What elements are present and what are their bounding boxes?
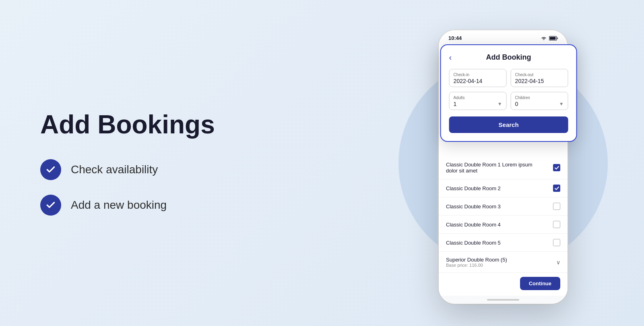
phone-content: Classic Double Room 1 Lorem ipsum dolor … <box>439 156 568 296</box>
modal-title: Add Booking <box>486 53 531 62</box>
adults-value: 1 <box>454 101 457 107</box>
room-list: Classic Double Room 1 Lorem ipsum dolor … <box>439 156 568 272</box>
status-time: 10:44 <box>448 35 462 41</box>
checkbox-2[interactable] <box>553 185 560 192</box>
svg-rect-2 <box>550 37 556 39</box>
checkbox-3[interactable] <box>553 203 560 210</box>
battery-icon <box>549 36 558 41</box>
room-group-name: Superior Double Room (5) <box>446 257 507 263</box>
children-label: Children <box>515 96 564 100</box>
feature-add-booking: Add a new booking <box>40 195 322 216</box>
room-group-subtitle: Base price: 116.00 <box>446 263 507 268</box>
feature-text-2: Add a new booking <box>71 199 167 212</box>
feature-list: Check availability Add a new booking <box>40 159 322 216</box>
date-row: Check-in 2022-04-14 Check-out 2022-04-15 <box>449 69 568 87</box>
phone-footer: Continue <box>439 272 568 296</box>
checkbox-4[interactable] <box>553 221 560 228</box>
wifi-icon <box>541 36 547 41</box>
check-icon-2 <box>40 195 61 216</box>
search-button[interactable]: Search <box>449 116 568 133</box>
right-section: ‹ Add Booking Check-in 2022-04-14 Check-… <box>362 0 644 326</box>
checkin-field[interactable]: Check-in 2022-04-14 <box>449 69 507 87</box>
room-item-4[interactable]: Classic Double Room 4 <box>439 216 568 234</box>
children-value: 0 <box>515 101 518 107</box>
checkbox-1[interactable] <box>553 164 560 171</box>
adults-label: Adults <box>454 96 502 100</box>
phone-bottom-bar <box>439 296 568 304</box>
room-name-4: Classic Double Room 4 <box>446 222 501 228</box>
checkbox-5[interactable] <box>553 239 560 246</box>
home-indicator <box>487 299 519 301</box>
status-icons <box>541 36 558 41</box>
room-name-5: Classic Double Room 5 <box>446 240 501 246</box>
room-item-3[interactable]: Classic Double Room 3 <box>439 197 568 216</box>
left-section: Add Bookings Check availability Add a ne… <box>0 78 362 247</box>
continue-button[interactable]: Continue <box>520 277 560 290</box>
checkin-label: Check-in <box>454 73 502 77</box>
page-title: Add Bookings <box>40 110 322 139</box>
guests-row: Adults 1 ▼ Children 0 ▼ <box>449 92 568 110</box>
checkout-field[interactable]: Check-out 2022-04-15 <box>511 69 568 87</box>
feature-check-availability: Check availability <box>40 159 322 180</box>
svg-rect-1 <box>557 37 558 39</box>
back-button[interactable]: ‹ <box>449 53 452 62</box>
room-item-1[interactable]: Classic Double Room 1 Lorem ipsum dolor … <box>439 156 568 179</box>
room-name-2: Classic Double Room 2 <box>446 185 501 191</box>
checkin-value: 2022-04-14 <box>454 78 502 84</box>
room-name-1: Classic Double Room 1 Lorem ipsum dolor … <box>446 162 535 174</box>
room-group-superior[interactable]: Superior Double Room (5) Base price: 116… <box>439 252 568 272</box>
adults-field[interactable]: Adults 1 ▼ <box>449 92 507 110</box>
adults-chevron-icon: ▼ <box>497 101 502 107</box>
chevron-down-icon: ∨ <box>556 259 560 266</box>
feature-text-1: Check availability <box>71 163 158 176</box>
room-item-2[interactable]: Classic Double Room 2 <box>439 179 568 197</box>
children-field[interactable]: Children 0 ▼ <box>511 92 568 110</box>
room-name-3: Classic Double Room 3 <box>446 203 501 210</box>
room-item-5[interactable]: Classic Double Room 5 <box>439 234 568 252</box>
modal-header: ‹ Add Booking <box>449 53 568 62</box>
booking-modal: ‹ Add Booking Check-in 2022-04-14 Check-… <box>440 44 577 142</box>
checkout-value: 2022-04-15 <box>515 78 564 84</box>
status-bar: 10:44 <box>439 30 568 44</box>
check-icon-1 <box>40 159 61 180</box>
children-chevron-icon: ▼ <box>559 101 564 107</box>
checkout-label: Check-out <box>515 73 564 77</box>
room-group-info: Superior Double Room (5) Base price: 116… <box>446 257 507 268</box>
